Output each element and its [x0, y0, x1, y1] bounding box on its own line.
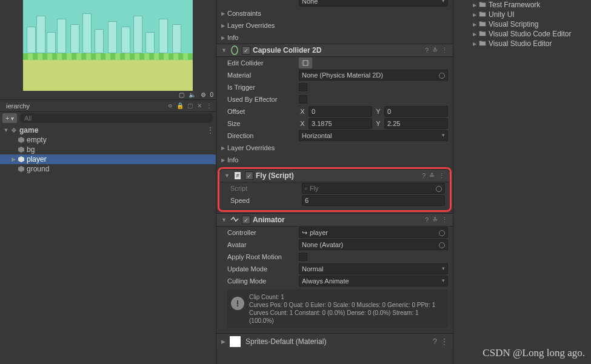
- project-label: Visual Studio Code Editor: [489, 30, 572, 38]
- foldout-icon[interactable]: ▶: [221, 157, 227, 163]
- component-enable-checkbox[interactable]: ✓: [242, 216, 250, 224]
- project-item[interactable]: ▶Visual Scripting: [458, 19, 586, 29]
- preset-icon[interactable]: ≛: [432, 216, 438, 224]
- controller-field[interactable]: ↪player: [299, 227, 448, 238]
- layer-overrides-label[interactable]: Layer Overrides: [227, 22, 299, 29]
- gameobject-icon: [17, 145, 25, 154]
- culling-mode-dropdown[interactable]: Always Animate: [299, 276, 448, 286]
- info-label[interactable]: Info: [227, 156, 299, 164]
- tree-item-ground[interactable]: ground: [0, 164, 216, 174]
- component-enable-checkbox[interactable]: ✓: [242, 46, 250, 55]
- preview-gizmo-icon[interactable]: ⚙: [199, 90, 207, 99]
- controller-label: Controller: [227, 229, 299, 236]
- preview-count: 0: [210, 91, 213, 98]
- layer-overrides-label[interactable]: Layer Overrides: [227, 144, 299, 151]
- direction-label: Direction: [227, 132, 299, 139]
- preset-icon[interactable]: ≛: [432, 47, 438, 55]
- constraints-label[interactable]: Constraints: [227, 10, 299, 17]
- project-item[interactable]: ▶Visual Studio Editor: [458, 39, 586, 48]
- inspector-panel: None ▶Constraints ▶Layer Overrides ▶Info…: [216, 0, 453, 364]
- component-title: Capsule Collider 2D: [253, 46, 425, 55]
- tree-item-empty[interactable]: empty: [0, 135, 216, 145]
- help-icon[interactable]: ?: [422, 172, 426, 179]
- foldout-icon[interactable]: ▼: [224, 173, 230, 179]
- is-trigger-checkbox[interactable]: [299, 83, 307, 91]
- foldout-icon[interactable]: ▶: [221, 11, 227, 16]
- context-menu-icon[interactable]: ⋮: [441, 216, 448, 224]
- info-label[interactable]: Info: [227, 34, 299, 41]
- apply-root-checkbox[interactable]: [299, 253, 307, 261]
- panel-menu-icon[interactable]: ⋮: [205, 102, 213, 110]
- used-by-effector-checkbox[interactable]: [299, 95, 307, 104]
- preview-camera-icon[interactable]: ▢: [177, 90, 185, 99]
- help-icon[interactable]: ?: [425, 216, 429, 223]
- folder-icon: [479, 30, 487, 39]
- foldout-icon[interactable]: ▶: [221, 23, 227, 28]
- material-field[interactable]: None (Physics Material 2D): [299, 70, 448, 81]
- folder-icon: [479, 10, 487, 19]
- foldout-icon[interactable]: ▼: [221, 47, 227, 53]
- help-icon[interactable]: ?: [425, 47, 429, 54]
- svg-point-0: [232, 46, 238, 55]
- panel-lock-icon[interactable]: ⭘: [166, 102, 175, 110]
- size-x-input[interactable]: 3.1875: [309, 118, 372, 129]
- project-item[interactable]: ▶Test Framework: [458, 0, 586, 10]
- preset-icon[interactable]: ≛: [429, 172, 435, 180]
- create-dropdown[interactable]: + ▾: [2, 113, 17, 123]
- context-menu-icon[interactable]: ⋮: [441, 47, 448, 55]
- update-mode-label: Update Mode: [227, 265, 299, 273]
- tree-item-bg[interactable]: bg: [0, 145, 216, 154]
- object-picker-icon: [436, 186, 442, 192]
- panel-max-icon[interactable]: ▢: [185, 102, 194, 110]
- context-menu-icon[interactable]: ⋮: [441, 337, 448, 346]
- scene-context-icon[interactable]: ⋮: [205, 126, 216, 134]
- object-picker-icon[interactable]: [439, 73, 445, 79]
- object-picker-icon[interactable]: [439, 230, 445, 236]
- help-icon[interactable]: ?: [433, 337, 437, 346]
- context-menu-icon[interactable]: ⋮: [438, 172, 445, 180]
- svg-text:#: #: [236, 173, 239, 179]
- scene-row[interactable]: ▼ ❖ game ⋮: [0, 125, 216, 135]
- component-enable-checkbox[interactable]: ✓: [245, 171, 253, 180]
- preview-audio-icon[interactable]: 🔈: [188, 90, 196, 99]
- material-swatch: [230, 336, 241, 347]
- material-label: Material: [227, 71, 299, 79]
- edit-collider-label: Edit Collider: [227, 59, 299, 67]
- animator-info-box: ! Clip Count: 1 Curves Pos: 0 Quat: 0 Eu…: [227, 290, 448, 328]
- hierarchy-search-input[interactable]: [19, 113, 213, 123]
- info-icon: !: [231, 297, 244, 310]
- tree-label: empty: [27, 136, 47, 144]
- component-header-fly[interactable]: ▼ # ✓ Fly (Script) ? ≛ ⋮: [219, 169, 450, 182]
- animator-info-text: Clip Count: 1 Curves Pos: 0 Quat: 0 Eule…: [249, 293, 444, 325]
- hierarchy-tab[interactable]: ierarchy: [2, 101, 33, 111]
- direction-dropdown[interactable]: Horizontal: [299, 130, 448, 141]
- edit-collider-button[interactable]: [299, 58, 312, 68]
- offset-x-input[interactable]: 0: [309, 106, 372, 117]
- material-row[interactable]: ▶ Sprites-Default (Material) ? ⋮: [216, 333, 453, 349]
- panel-close-icon[interactable]: ✕: [195, 102, 204, 110]
- foldout-icon[interactable]: ▶: [221, 339, 227, 345]
- script-icon: #: [233, 171, 242, 180]
- foldout-icon[interactable]: ▼: [221, 217, 227, 223]
- panel-lock2-icon[interactable]: 🔒: [176, 102, 184, 110]
- offset-y-input[interactable]: 0: [384, 106, 448, 117]
- foldout-icon[interactable]: ▶: [221, 145, 227, 151]
- watermark: CSDN @Long long ago.: [482, 347, 585, 359]
- size-y-input[interactable]: 2.25: [384, 118, 448, 129]
- project-panel: ▶Test Framework ▶Unity UI ▶Visual Script…: [453, 0, 591, 364]
- project-item[interactable]: ▶Unity UI: [458, 10, 586, 19]
- tree-item-player[interactable]: ▶ player: [0, 154, 216, 164]
- speed-input[interactable]: 6: [302, 195, 445, 206]
- is-trigger-label: Is Trigger: [227, 84, 299, 91]
- component-header-animator[interactable]: ▼ ✓ Animator ? ≛ ⋮: [216, 213, 453, 227]
- project-item[interactable]: ▶Visual Studio Code Editor: [458, 29, 586, 39]
- avatar-field[interactable]: None (Avatar): [299, 239, 448, 250]
- interpolate-dropdown[interactable]: None: [299, 0, 448, 7]
- folder-icon: [479, 20, 487, 29]
- foldout-icon[interactable]: ▶: [221, 35, 227, 41]
- object-picker-icon[interactable]: [439, 242, 445, 248]
- component-header-capsule[interactable]: ▼ ✓ Capsule Collider 2D ? ≛ ⋮: [216, 44, 453, 57]
- update-mode-dropdown[interactable]: Normal: [299, 263, 448, 274]
- svg-rect-1: [303, 61, 308, 65]
- speed-label: Speed: [230, 197, 302, 204]
